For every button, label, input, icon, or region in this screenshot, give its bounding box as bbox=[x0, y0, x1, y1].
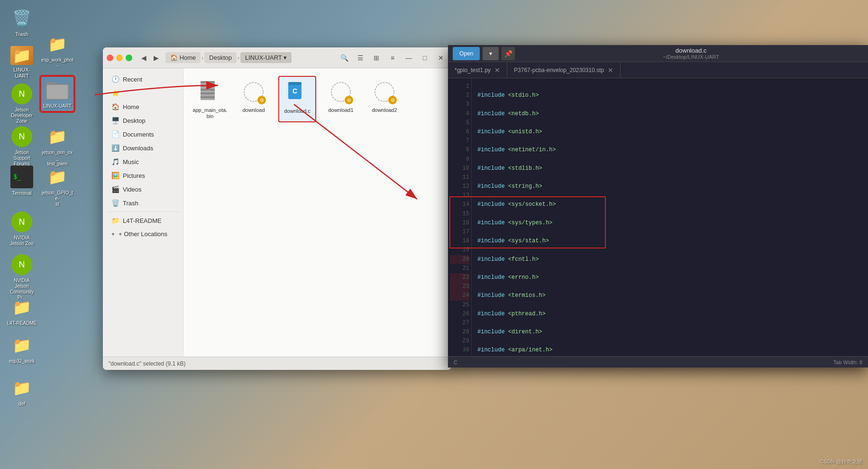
sidebar-downloads-label: Downloads bbox=[123, 145, 153, 152]
fm-content: app_main_ota.bin ⚙ download bbox=[183, 68, 451, 357]
fm-grid-view-button[interactable]: ⊞ bbox=[370, 51, 383, 64]
svg-text:N: N bbox=[19, 260, 25, 269]
ce-pin-button[interactable]: 📌 bbox=[502, 47, 515, 60]
download-c-file-icon: C bbox=[284, 80, 311, 106]
sidebar-item-music[interactable]: 🎵 Music bbox=[105, 155, 181, 168]
fm-maximize-toolbar-button[interactable]: □ bbox=[418, 51, 431, 64]
def-label: def bbox=[18, 401, 25, 407]
ce-dropdown-button[interactable]: ▾ bbox=[483, 47, 499, 60]
nvidia-zoo-label: NVIDIA Jetson Zoo bbox=[7, 235, 37, 247]
esp-work-icon: 📁 bbox=[46, 33, 69, 55]
sidebar-item-desktop[interactable]: 🖥️ Desktop bbox=[105, 114, 181, 127]
sidebar-item-documents[interactable]: 📄 Documents bbox=[105, 128, 181, 141]
fm-menu-button[interactable]: ≡ bbox=[386, 51, 399, 64]
sidebar-music-label: Music bbox=[123, 158, 139, 166]
ce-tab-gpio[interactable]: *gpio_test1.py ✕ bbox=[448, 62, 507, 78]
documents-sidebar-icon: 📄 bbox=[111, 130, 119, 138]
ce-footer: C Tab Width: 8 bbox=[448, 356, 868, 368]
svg-rect-15 bbox=[201, 85, 215, 87]
sidebar-item-l4t[interactable]: 📁 L4T-README bbox=[105, 214, 181, 227]
fm-close-toolbar-button[interactable]: ✕ bbox=[434, 51, 448, 64]
breadcrumb-home[interactable]: 🏠 Home bbox=[165, 52, 201, 63]
videos-sidebar-icon: 🎬 bbox=[111, 185, 119, 193]
desktop-icon-def[interactable]: 📁 def bbox=[5, 375, 39, 409]
trash-label: Trash bbox=[15, 31, 28, 37]
download-file-icon: ⚙ bbox=[240, 79, 267, 105]
sidebar-item-starred[interactable]: ⭐ bbox=[105, 86, 181, 100]
l4t-label: L4T-README bbox=[7, 321, 37, 326]
downloads-sidebar-icon: ⬇️ bbox=[111, 144, 119, 152]
sidebar-item-pictures[interactable]: 🖼️ Pictures bbox=[105, 169, 181, 182]
svg-rect-17 bbox=[201, 89, 215, 91]
desktop-icon-jetson-orin[interactable]: 📁 jetson_orin_nx_test_pwm bbox=[40, 123, 74, 169]
desktop-icon-jetson-gpio[interactable]: 📁 jetson_GPIO_te-st bbox=[40, 164, 74, 209]
file-item-download-c[interactable]: C download.c bbox=[278, 76, 316, 122]
trash-icon: 🗑️ bbox=[10, 7, 33, 29]
sidebar-item-recent[interactable]: 🕐 Recent bbox=[105, 73, 181, 86]
trash-sidebar-icon: 🗑️ bbox=[111, 199, 119, 207]
desktop-icon-esp-work[interactable]: 📁 esp_work_phot- bbox=[40, 31, 74, 71]
fm-statusbar: "download.c" selected (9.1 kB) bbox=[103, 357, 451, 370]
desktop-icon-jetson-support[interactable]: N Jetson SupportForums bbox=[5, 123, 39, 169]
desktop-icon-linux-uart[interactable]: LINUX-UART bbox=[40, 76, 74, 112]
svg-rect-18 bbox=[201, 91, 215, 92]
home-breadcrumb-icon: 🏠 bbox=[170, 54, 178, 61]
svg-rect-19 bbox=[201, 92, 215, 94]
sidebar-recent-label: Recent bbox=[123, 76, 142, 83]
sidebar-item-other-locations[interactable]: + + Other Locations bbox=[105, 228, 181, 240]
ce-title-area: download.c ~/Desktop/LINUX-UART bbox=[519, 47, 863, 60]
pictures-sidebar-icon: 🖼️ bbox=[111, 172, 119, 179]
fm-forward-button[interactable]: ▶ bbox=[150, 52, 162, 64]
svg-rect-20 bbox=[201, 94, 215, 96]
desktop-icon-nvidia-zoo[interactable]: N NVIDIA Jetson Zoo bbox=[5, 209, 39, 248]
file-item-app-main[interactable]: app_main_ota.bin bbox=[191, 76, 229, 122]
svg-rect-13 bbox=[201, 81, 215, 83]
nvidia-zoo-icon: N bbox=[10, 211, 33, 233]
ce-tab-pcba-close[interactable]: ✕ bbox=[608, 66, 613, 74]
breadcrumb-desktop[interactable]: Desktop bbox=[204, 52, 237, 63]
desktop-icon-mkdir[interactable]: 📁 LINUX-UART bbox=[5, 44, 39, 81]
desktop-icon-trash[interactable]: 🗑️ Trash bbox=[5, 5, 39, 39]
fm-back-button[interactable]: ◀ bbox=[138, 52, 149, 64]
sidebar-item-videos[interactable]: 🎬 Videos bbox=[105, 183, 181, 196]
sidebar-item-home[interactable]: 🏠 Home bbox=[105, 100, 181, 113]
linux-uart-label: LINUX-UART bbox=[43, 103, 72, 109]
breadcrumb-linux-uart[interactable]: LINUX-UART ▾ bbox=[240, 52, 292, 63]
sidebar-item-downloads[interactable]: ⬇️ Downloads bbox=[105, 141, 181, 155]
desktop-icon-jetson-dev[interactable]: N JetsonDeveloper Zone bbox=[5, 81, 39, 126]
sidebar-documents-label: Documents bbox=[123, 131, 154, 138]
file-item-download2[interactable]: ⚙ download2 bbox=[365, 76, 403, 122]
ce-tab-pcba[interactable]: P3767-pcba-envelop_20230310.stp ✕ bbox=[507, 62, 621, 78]
fm-list-view-button[interactable]: ☰ bbox=[354, 51, 367, 64]
file-item-download1[interactable]: ⚙ download1 bbox=[322, 76, 360, 122]
fm-maximize-button[interactable] bbox=[126, 55, 132, 61]
other-locations-plus-icon: + bbox=[111, 231, 115, 238]
desktop-icon-l4t[interactable]: 📁 L4T-README bbox=[5, 294, 39, 328]
file-item-download[interactable]: ⚙ download bbox=[235, 76, 273, 122]
fm-minimize-button[interactable] bbox=[116, 55, 123, 61]
download2-file-label: download2 bbox=[372, 107, 397, 113]
ce-tab-gpio-close[interactable]: ✕ bbox=[494, 66, 500, 74]
mkdir-label: LINUX-UART bbox=[7, 67, 37, 79]
svg-text:N: N bbox=[19, 132, 25, 141]
sidebar-item-trash[interactable]: 🗑️ Trash bbox=[105, 196, 181, 210]
esp32-work-icon: 📁 bbox=[10, 334, 33, 357]
recent-icon: 🕐 bbox=[111, 75, 119, 83]
starred-icon: ⭐ bbox=[111, 89, 119, 97]
fm-nav-arrows: ◀ ▶ bbox=[138, 52, 162, 64]
fm-close-button[interactable] bbox=[107, 55, 113, 61]
line-numbers: 12345 678910 1112131415 16171819 20 21 2… bbox=[448, 78, 472, 356]
linux-uart-breadcrumb-label: LINUX-UART bbox=[245, 54, 282, 61]
desktop-icon-terminal[interactable]: $_ Terminal bbox=[5, 164, 39, 198]
svg-rect-16 bbox=[201, 87, 215, 89]
fm-minimize-toolbar-button[interactable]: — bbox=[402, 51, 415, 64]
fm-status-text: "download.c" selected (9.1 kB) bbox=[109, 360, 186, 367]
home-sidebar-icon: 🏠 bbox=[111, 103, 119, 110]
code-area[interactable]: #include <stdio.h> #include <netdb.h> #i… bbox=[472, 78, 868, 356]
desktop-icon-esp32-work[interactable]: 📁 esp32_work bbox=[5, 332, 39, 366]
mkdir-folder-icon: 📁 bbox=[10, 46, 33, 65]
ce-open-button[interactable]: Open bbox=[453, 47, 480, 60]
fm-search-button[interactable]: 🔍 bbox=[338, 51, 351, 64]
linux-uart-folder-icon bbox=[46, 79, 69, 101]
ce-tab-width: Tab Width: 8 bbox=[833, 359, 862, 365]
